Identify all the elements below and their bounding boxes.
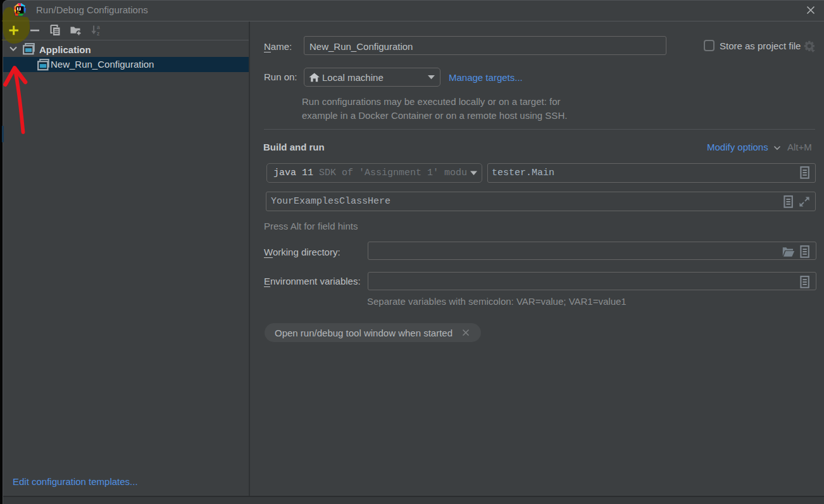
svg-text:a: a: [97, 25, 100, 30]
svg-text:z: z: [97, 30, 99, 36]
